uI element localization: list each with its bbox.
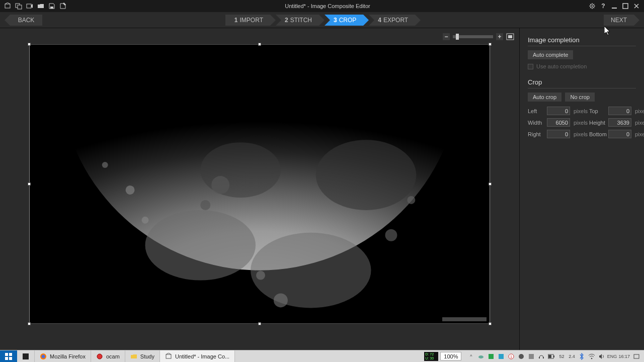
zoom-in-button[interactable]: +: [496, 33, 503, 40]
bottom-input[interactable]: [608, 130, 631, 138]
svg-point-6: [592, 6, 593, 7]
svg-rect-11: [508, 35, 512, 38]
tray-notification-icon[interactable]: [633, 353, 640, 360]
crop-handle-tm[interactable]: [258, 43, 261, 46]
tray-volume-icon[interactable]: [598, 353, 605, 360]
taskbar-firefox[interactable]: Mozilla Firefox: [35, 350, 91, 362]
left-unit: pixels: [572, 108, 589, 114]
svg-point-20: [142, 217, 149, 224]
zoom-indicator[interactable]: 100%: [438, 350, 463, 362]
save-icon[interactable]: [48, 3, 55, 10]
network-meter[interactable]: D: 72U: 30: [424, 352, 438, 361]
svg-rect-27: [9, 353, 12, 356]
tray-battery-icon[interactable]: [548, 353, 555, 360]
width-input[interactable]: [547, 118, 570, 127]
svg-rect-30: [23, 353, 29, 359]
image-canvas[interactable]: [29, 44, 490, 324]
tray-app3-icon[interactable]: [518, 353, 525, 360]
new-panorama-icon[interactable]: [4, 3, 11, 10]
tray-antivirus-icon[interactable]: [488, 353, 495, 360]
step-import[interactable]: 1IMPORT: [225, 15, 270, 26]
svg-rect-34: [166, 354, 171, 358]
bottom-unit: pixels: [633, 131, 644, 137]
height-unit: pixels: [633, 120, 644, 126]
step-crop[interactable]: 3CROP: [325, 15, 363, 26]
right-label: Right: [528, 131, 547, 137]
tray-chevron-icon[interactable]: ^: [467, 353, 474, 360]
width-unit: pixels: [572, 120, 589, 126]
svg-point-14: [251, 233, 371, 308]
system-tray: ^ 1 52 2.4 ENG 16:17: [463, 353, 644, 360]
svg-point-17: [211, 176, 229, 194]
no-crop-button[interactable]: No crop: [565, 93, 595, 102]
right-input[interactable]: [547, 130, 570, 138]
tray-time[interactable]: 16:17: [618, 353, 630, 360]
svg-point-32: [42, 354, 45, 358]
tray-bluetooth-icon[interactable]: [578, 353, 585, 360]
svg-rect-26: [5, 353, 8, 356]
tray-app1-icon[interactable]: [498, 353, 505, 360]
svg-point-24: [274, 294, 288, 308]
svg-rect-29: [9, 357, 12, 360]
next-button[interactable]: NEXT: [604, 15, 634, 26]
taskbar-ocam-label: ocam: [106, 353, 120, 359]
step-export[interactable]: 4EXPORT: [369, 15, 415, 26]
zoom-fit-button[interactable]: [506, 33, 514, 40]
svg-rect-28: [5, 357, 8, 360]
crop-handle-mr[interactable]: [489, 183, 492, 186]
svg-rect-45: [553, 355, 554, 357]
top-label: Top: [589, 108, 608, 114]
crop-handle-br[interactable]: [489, 322, 492, 325]
minimize-icon[interactable]: [611, 3, 618, 10]
zoom-slider[interactable]: [453, 35, 493, 38]
left-label: Left: [528, 108, 547, 114]
canvas-area: − +: [0, 28, 519, 350]
help-icon[interactable]: ?: [600, 3, 607, 10]
svg-point-18: [200, 200, 210, 210]
taskbar-ocam[interactable]: ocam: [91, 350, 125, 362]
taskbar-ice[interactable]: Untitled* - Image Co...: [160, 350, 235, 362]
crop-handle-ml[interactable]: [28, 183, 31, 186]
tray-headphones-icon[interactable]: [538, 353, 545, 360]
back-button[interactable]: BACK: [10, 15, 42, 26]
save-as-icon[interactable]: [59, 3, 66, 10]
auto-complete-button[interactable]: Auto complete: [528, 50, 573, 59]
auto-crop-button[interactable]: Auto crop: [528, 93, 561, 102]
tray-app4-icon[interactable]: [528, 353, 535, 360]
new-from-files-icon[interactable]: [15, 3, 22, 10]
tray-freq[interactable]: 2.4: [568, 353, 575, 360]
svg-point-40: [519, 354, 524, 359]
tray-temp[interactable]: 52: [558, 353, 565, 360]
height-input[interactable]: [608, 118, 631, 127]
svg-rect-42: [539, 357, 540, 358]
svg-rect-0: [5, 4, 10, 8]
crop-handle-bl[interactable]: [28, 322, 31, 325]
svg-point-21: [102, 162, 108, 168]
canvas-scrollbar[interactable]: [442, 317, 487, 321]
maximize-icon[interactable]: [622, 3, 629, 10]
crop-handle-tl[interactable]: [28, 43, 31, 46]
tray-cloud-icon[interactable]: [477, 353, 485, 360]
checkbox-icon[interactable]: [528, 64, 533, 69]
firefox-icon: [40, 353, 47, 360]
tray-app2-icon[interactable]: 1: [508, 353, 515, 360]
taskbar-study[interactable]: Study: [125, 350, 160, 362]
crop-handle-bm[interactable]: [258, 322, 261, 325]
window-title: Untitled* - Image Composite Editor: [66, 3, 589, 9]
crop-handle-tr[interactable]: [489, 43, 492, 46]
top-input[interactable]: [608, 107, 631, 115]
svg-rect-4: [50, 7, 53, 9]
zoom-out-button[interactable]: −: [443, 33, 450, 40]
tray-wifi-icon[interactable]: [588, 353, 595, 360]
new-from-video-icon[interactable]: [26, 3, 33, 10]
left-input[interactable]: [547, 107, 570, 115]
taskbar-search[interactable]: [17, 350, 35, 362]
close-icon[interactable]: [633, 3, 640, 10]
step-stitch[interactable]: 2STITCH: [276, 15, 319, 26]
tray-lang[interactable]: ENG: [608, 353, 615, 360]
start-button[interactable]: [0, 350, 17, 362]
settings-icon[interactable]: [589, 3, 596, 10]
svg-point-35: [478, 355, 484, 358]
taskbar-study-label: Study: [140, 353, 154, 359]
open-icon[interactable]: [37, 3, 44, 10]
